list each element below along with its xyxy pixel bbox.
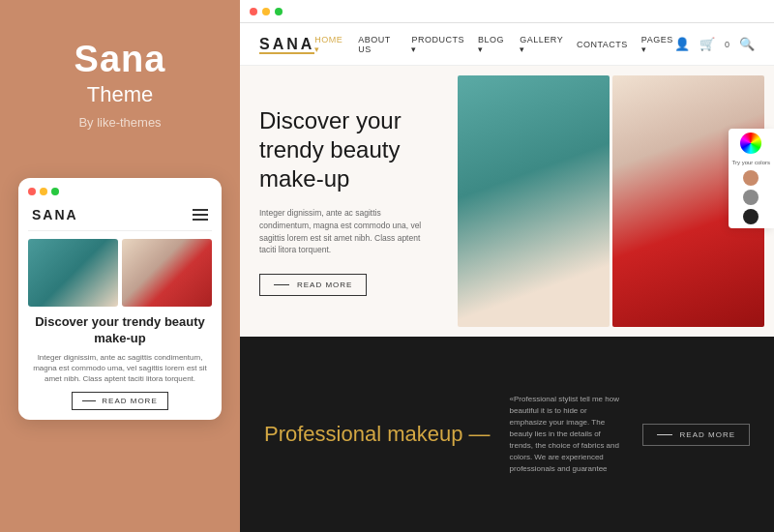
desktop-logo-text: SANA	[259, 36, 314, 54]
bottom-description: «Professional stylist tell me how beauti…	[510, 394, 623, 475]
dot-green	[51, 188, 59, 195]
nav-gallery[interactable]: GALLERY ▾	[520, 35, 563, 54]
bottom-read-more-label: READ MORE	[680, 430, 735, 439]
chrome-dot-red	[250, 8, 257, 15]
mobile-hamburger-icon[interactable]	[193, 209, 208, 221]
color-picker-float[interactable]: Try your colors	[729, 129, 774, 228]
right-panel: SANA HOME ▾ ABOUT US PRODUCTS ▾ BLOG ▾ G…	[240, 0, 774, 532]
nav-contacts[interactable]: CONTACTS	[577, 40, 628, 49]
mobile-image-lips	[122, 239, 212, 307]
color-swatch-gray[interactable]	[743, 190, 759, 205]
mobile-read-more-button[interactable]: READ MORE	[72, 392, 167, 410]
browser-chrome	[240, 0, 774, 23]
hero-title: Discover your trendy beauty make-up	[259, 106, 433, 193]
brand-title: Sana	[74, 39, 166, 80]
mobile-hero-text: Integer dignissim, ante ac sagittis cond…	[28, 352, 212, 385]
hero-description: Integer dignissim, ante ac sagittis cond…	[259, 207, 433, 256]
color-wheel-icon[interactable]	[740, 133, 761, 154]
try-colors-label: Try your colors	[732, 160, 770, 166]
left-panel: Sana Theme By like-themes SANA Discover …	[0, 0, 240, 532]
nav-links: HOME ▾ ABOUT US PRODUCTS ▾ BLOG ▾ GALLER…	[314, 35, 674, 54]
nav-products[interactable]: PRODUCTS ▾	[411, 35, 464, 54]
nav-blog[interactable]: BLOG ▾	[478, 35, 506, 54]
mobile-preview-card: SANA Discover your trendy beauty make-up…	[18, 178, 222, 420]
color-swatch-dark[interactable]	[743, 209, 759, 224]
mobile-hero-heading: Discover your trendy beauty make-up	[28, 314, 212, 347]
dot-red	[28, 188, 36, 195]
mobile-window-dots	[28, 188, 212, 195]
mobile-image-teal	[28, 239, 118, 307]
hero-read-more-label: READ MORE	[297, 281, 352, 289]
hero-image-teal	[458, 75, 610, 327]
brand-by: By like-themes	[78, 115, 161, 130]
nav-about[interactable]: ABOUT US	[358, 35, 398, 54]
dot-yellow	[40, 188, 47, 195]
chrome-dot-yellow	[262, 8, 270, 15]
nav-icons: 👤 🛒 0 🔍	[674, 37, 755, 51]
hero-read-more-button[interactable]: READ MORE	[259, 274, 367, 296]
chrome-dot-green	[275, 8, 283, 15]
desktop-logo: SANA	[259, 36, 314, 53]
brand-subtitle: Theme	[87, 82, 153, 107]
bottom-title: Professional makeup —	[264, 422, 491, 447]
mobile-logo: SANA	[32, 207, 78, 222]
button-line-light-icon	[657, 434, 672, 435]
mobile-nav: SANA	[28, 203, 212, 231]
bottom-read-more-button[interactable]: READ MORE	[642, 424, 750, 446]
nav-home[interactable]: HOME ▾	[314, 35, 344, 54]
hero-section: Discover your trendy beauty make-up Inte…	[240, 66, 774, 337]
nav-pages[interactable]: PAGES ▾	[641, 35, 674, 54]
user-icon[interactable]: 👤	[674, 37, 690, 51]
color-swatch-brown[interactable]	[743, 170, 759, 186]
bottom-section: Professional makeup — «Professional styl…	[240, 337, 774, 532]
button-line-icon	[274, 284, 289, 285]
mobile-read-more-label: READ MORE	[102, 397, 157, 405]
cart-count: 0	[725, 40, 729, 49]
cart-icon[interactable]: 🛒	[700, 37, 715, 51]
hero-images	[453, 66, 774, 337]
search-icon[interactable]: 🔍	[739, 37, 755, 51]
desktop-nav: SANA HOME ▾ ABOUT US PRODUCTS ▾ BLOG ▾ G…	[240, 23, 774, 66]
hero-text-area: Discover your trendy beauty make-up Inte…	[240, 66, 453, 337]
button-line-icon	[82, 400, 96, 401]
mobile-hero-images	[28, 239, 212, 307]
